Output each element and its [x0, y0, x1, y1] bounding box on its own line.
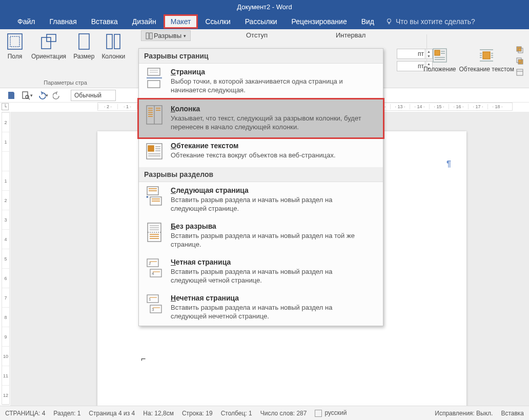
- menu-title: Колонка: [171, 105, 365, 113]
- menu-section-section-breaks: Разрывы разделов: [139, 167, 383, 182]
- paragraph-mark: ¶: [446, 159, 451, 169]
- svg-rect-9: [150, 33, 152, 39]
- tab-layout[interactable]: Макет: [164, 14, 198, 29]
- tab-mailings[interactable]: Рассылки: [238, 14, 284, 29]
- svg-rect-12: [483, 52, 490, 59]
- svg-rect-8: [146, 33, 149, 39]
- svg-rect-4: [47, 34, 56, 42]
- undo-button[interactable]: ▾: [36, 89, 48, 102]
- group-page-setup: Поля Ориентация Размер Колонки Параметры…: [0, 29, 131, 88]
- size-button[interactable]: Размер: [72, 31, 96, 61]
- tab-references[interactable]: Ссылки: [198, 14, 237, 29]
- print-preview-button[interactable]: ▾: [21, 89, 33, 102]
- menu-title: Обтекание текстом: [171, 142, 336, 150]
- wrap-text-button[interactable]: Обтекание текстом: [458, 46, 516, 74]
- svg-rect-5: [79, 34, 89, 49]
- menu-desc: Вставить разрыв раздела и начать новый р…: [171, 231, 365, 249]
- menu-desc: Обтекание текста вокруг объектов на веб-…: [171, 151, 336, 159]
- save-button[interactable]: [5, 89, 17, 102]
- vertical-ruler[interactable]: 211234567891011121314: [2, 112, 10, 405]
- menu-item-next-page[interactable]: Следующая страница Вставить разрыв разде…: [139, 182, 383, 218]
- svg-rect-2: [10, 36, 19, 47]
- column-break-icon: [146, 105, 163, 125]
- tell-me[interactable]: Что вы хотите сделать?: [385, 17, 475, 26]
- style-selector[interactable]: Обычный: [71, 90, 116, 101]
- status-insert-mode[interactable]: Вставка: [501, 410, 524, 417]
- group-arrange: Положение Обтекание текстом: [418, 29, 529, 88]
- tab-selector[interactable]: └: [2, 103, 9, 110]
- continuous-icon: [146, 222, 163, 243]
- svg-point-0: [388, 19, 391, 23]
- ribbon-tabs: Файл Главная Вставка Дизайн Макет Ссылки…: [0, 14, 529, 29]
- bulb-icon: [385, 18, 393, 25]
- svg-rect-11: [435, 50, 440, 55]
- orientation-button[interactable]: Ориентация: [30, 31, 68, 61]
- menu-desc: Вставить разрыв раздела и начать новый р…: [171, 195, 365, 213]
- svg-rect-21: [148, 81, 160, 88]
- group-label-page-setup: Параметры стра: [44, 79, 87, 86]
- breaks-icon: [146, 32, 153, 39]
- position-button[interactable]: Положение: [422, 46, 457, 74]
- caret-down-icon: ▾: [184, 33, 186, 38]
- titlebar: Документ2 - Word: [0, 0, 529, 14]
- status-page[interactable]: СТРАНИЦА: 4: [5, 410, 45, 417]
- menu-item-page-break[interactable]: Страница Выбор точки, в которой заканчив…: [139, 64, 383, 99]
- magnifier-doc-icon: [21, 91, 30, 100]
- even-page-icon: 24: [146, 258, 163, 278]
- tab-review[interactable]: Рецензирование: [284, 14, 354, 29]
- redo-button[interactable]: [51, 89, 64, 102]
- menu-item-even-page[interactable]: 24 Четная страница Вставить разрыв разде…: [139, 254, 383, 290]
- tab-view[interactable]: Вид: [354, 14, 381, 29]
- menu-desc: Вставить разрыв раздела и начать новый р…: [171, 303, 365, 321]
- tab-home[interactable]: Главная: [42, 14, 84, 29]
- window-title: Документ2 - Word: [237, 3, 292, 11]
- orientation-icon: [39, 32, 58, 51]
- status-page-of[interactable]: Страница 4 из 4: [89, 410, 135, 417]
- menu-desc: Указывает, что текст, следующий за разры…: [171, 114, 365, 131]
- status-at[interactable]: На: 12,8см: [143, 410, 174, 417]
- menu-item-text-wrapping-break[interactable]: Обтекание текстом Обтекание текста вокру…: [139, 137, 383, 167]
- tab-file[interactable]: Файл: [10, 14, 42, 29]
- menu-title: Нечетная страница: [171, 294, 365, 302]
- status-column[interactable]: Столбец: 1: [221, 410, 252, 417]
- status-line[interactable]: Строка: 19: [182, 410, 213, 417]
- status-section[interactable]: Раздел: 1: [53, 410, 80, 417]
- tab-insert[interactable]: Вставка: [84, 14, 125, 29]
- svg-rect-6: [107, 34, 112, 49]
- save-icon: [7, 91, 16, 100]
- bring-forward-icon[interactable]: [516, 46, 524, 54]
- status-words[interactable]: Число слов: 287: [260, 410, 307, 417]
- svg-rect-20: [148, 68, 160, 75]
- breaks-dropdown[interactable]: Разрывы ▾: [141, 30, 191, 41]
- status-track-changes[interactable]: Исправления: Выкл.: [435, 410, 493, 417]
- menu-item-column-break[interactable]: Колонка Указывает, что текст, следующий …: [139, 99, 383, 137]
- spacing-label: Интервал: [336, 31, 365, 39]
- wrap-text-icon: [478, 47, 495, 64]
- menu-item-odd-page[interactable]: 13 Нечетная страница Вставить разрыв раз…: [139, 290, 383, 326]
- svg-rect-15: [518, 59, 523, 64]
- menu-item-continuous[interactable]: Без разрыва Вставить разрыв раздела и на…: [139, 218, 383, 254]
- svg-rect-7: [114, 34, 120, 49]
- status-language[interactable]: русский: [315, 409, 347, 417]
- undo-icon: [36, 91, 46, 100]
- tab-design[interactable]: Дизайн: [125, 14, 164, 29]
- send-backward-icon[interactable]: [516, 57, 524, 65]
- svg-rect-3: [42, 37, 51, 49]
- position-icon: [432, 47, 448, 64]
- redo-icon: [53, 91, 62, 100]
- svg-rect-24: [148, 146, 154, 151]
- svg-rect-13: [517, 47, 521, 51]
- menu-desc: Вставить разрыв раздела и начать новый р…: [171, 267, 365, 285]
- menu-section-page-breaks: Разрывы страниц: [139, 49, 383, 64]
- menu-title: Четная страница: [171, 258, 365, 266]
- menu-title: Следующая страница: [171, 186, 365, 194]
- margins-icon: [6, 32, 24, 51]
- text-cursor: ⌐: [141, 354, 146, 364]
- indent-label: Отступ: [246, 31, 268, 39]
- selection-pane-icon[interactable]: [516, 68, 524, 76]
- margins-button[interactable]: Поля: [4, 31, 26, 61]
- svg-rect-17: [517, 69, 523, 75]
- status-bar: СТРАНИЦА: 4 Раздел: 1 Страница 4 из 4 На…: [0, 406, 529, 420]
- columns-button[interactable]: Колонки: [100, 31, 127, 61]
- text-wrap-break-icon: [146, 142, 163, 162]
